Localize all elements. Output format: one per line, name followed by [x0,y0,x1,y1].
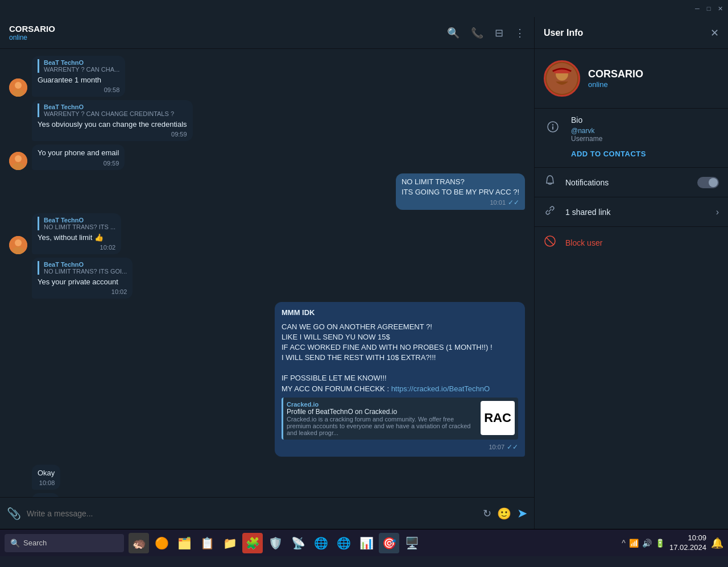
taskbar: 🔍 Search 🦔 🟠 🗂️ 📋 📁 🧩 🛡️ 📡 🌐 🌐 📊 🎯 🖥️ ^ … [0,529,728,556]
table-row: Yo your phone and email 09:59 [9,144,525,169]
notifications-label: Notifications [565,178,688,187]
link-preview-text: Cracked.io Profile of BeatTechnO on Crac… [287,401,476,436]
message-time: 09:58 [104,86,120,93]
list-item: BeaT TechnO WARRENTY ? CAN CHANGE CREDIN… [32,100,193,141]
list-item: Yo your phone and email 09:59 [32,144,125,169]
clock-time: 10:09 [669,533,706,543]
call-icon[interactable]: 📞 [471,27,483,39]
shared-links-label: 1 shared link [565,208,707,217]
taskbar-app-7[interactable]: 🛡️ [265,533,286,553]
taskbar-search-icon: 🔍 [10,539,20,548]
maximize-btn[interactable]: □ [705,5,712,12]
message-input[interactable] [27,509,477,518]
reply-sender: BeaT TechnO [44,59,119,66]
schedule-icon[interactable]: ↻ [483,507,491,520]
taskbar-app-5[interactable]: 📁 [220,533,240,553]
messages-area[interactable]: BeaT TechnO WARRENTY ? CAN CHA... Guaran… [0,49,534,497]
message-time: 09:59 [104,160,119,167]
block-user-label: Block user [565,238,602,247]
reply-preview: WARRENTY ? CAN CHA... [44,66,119,73]
list-item: BeaT TechnO WARRENTY ? CAN CHA... Guaran… [32,56,125,97]
table-row: BeaT TechnO NO LIMIT TRANS? ITS GOI... Y… [9,258,525,299]
taskbar-app-12[interactable]: 🎯 [379,533,399,553]
taskbar-app-8[interactable]: 📡 [288,533,308,553]
minimize-btn[interactable]: ─ [694,5,701,12]
chat-title-area: CORSARIO online [9,24,440,42]
list-item: Btc? 10:08 [32,493,59,497]
taskbar-app-2[interactable]: 🟠 [151,533,172,553]
close-btn[interactable]: ✕ [717,5,723,12]
taskbar-app-9[interactable]: 🌐 [311,533,331,553]
notifications-icon[interactable]: 🔔 [711,537,723,549]
notifications-toggle[interactable] [697,177,719,188]
forward-from: BeaT TechnO [44,261,127,268]
message-text: Yes your private account [38,277,127,287]
avatar [9,78,27,97]
taskbar-app-13[interactable]: 🖥️ [402,533,422,553]
username-value: @narvk [571,127,719,135]
taskbar-app-4[interactable]: 📋 [197,533,217,553]
message-text: Okay [38,468,55,478]
clock-date: 17.02.2024 [669,543,706,553]
tray-network-icon[interactable]: 📶 [629,539,639,548]
message-time: 10:07 [489,444,504,450]
chevron-right-icon: › [716,207,719,217]
chat-status: online [9,34,440,42]
toggle-knob [709,178,718,187]
bio-section: Bio @narvk Username ADD TO CONTACTS [535,109,728,168]
table-row: Btc? 10:08 [9,493,525,497]
message-time: 10:01 [490,199,506,206]
close-panel-button[interactable]: ✕ [710,27,719,39]
svg-point-4 [15,155,22,162]
taskbar-search[interactable]: 🔍 Search [5,534,124,552]
search-icon[interactable]: 🔍 [447,27,460,39]
message-text: Yes obviously you can change the credent… [38,119,187,130]
user-info-panel: User Info ✕ CORSARIO [535,17,728,529]
bell-icon [544,175,556,190]
more-icon[interactable]: ⋮ [515,27,525,39]
shared-links-section[interactable]: 1 shared link › [535,197,728,227]
message-text: MMM IDK [282,308,518,318]
block-user-section[interactable]: Block user [535,227,728,258]
profile-name: CORSARIO [588,68,643,80]
forward-sub: WARRENTY ? CAN CHANGE CREDINTALS ? [44,110,187,117]
avatar [9,236,27,254]
chat-header: CORSARIO online 🔍 📞 ⊟ ⋮ [0,17,534,49]
taskbar-apps: 🦔 🟠 🗂️ 📋 📁 🧩 🛡️ 📡 🌐 🌐 📊 🎯 🖥️ [129,533,622,553]
list-item: Okay 10:08 [32,465,60,490]
tray-battery-icon[interactable]: 🔋 [655,539,665,548]
taskbar-app-6[interactable]: 🧩 [242,533,263,553]
profile-info: CORSARIO online [588,68,643,89]
message-time: 10:02 [111,288,127,295]
header-icons: 🔍 📞 ⊟ ⋮ [447,27,525,39]
message-time: 09:59 [171,131,187,138]
link-desc: Cracked.io is a cracking forum and commu… [287,416,476,436]
table-row: MMM IDK CAN WE GO ON ANOTHER AGREEMENT ?… [9,302,525,457]
taskbar-app-10[interactable]: 🌐 [333,533,354,553]
read-receipt: ✓✓ [508,198,519,206]
list-item: BeaT TechnO NO LIMIT TRANS? ITS GOI... Y… [32,258,133,299]
tray-expand-icon[interactable]: ^ [622,539,626,548]
taskbar-clock[interactable]: 10:09 17.02.2024 [669,533,706,553]
attach-icon[interactable]: 📎 [7,507,21,520]
taskbar-app-11[interactable]: 📊 [356,533,377,553]
message-time: 10:08 [39,479,55,486]
message-text: NO LIMIT TRANS?ITS GOING TO BE MY PRV AC… [402,177,519,197]
table-row: BeaT TechnO WARRENTY ? CAN CHA... Guaran… [9,56,525,97]
link-preview[interactable]: Cracked.io Profile of BeatTechnO on Crac… [282,398,518,440]
list-item: BeaT TechnO NO LIMIT TRANS? ITS ... Yes,… [32,213,121,254]
taskbar-app-3[interactable]: 🗂️ [174,533,195,553]
message-text: Yes, without limit 👍 [38,233,115,243]
forward-from: BeaT TechnO [44,217,115,224]
emoji-icon[interactable]: 🙂 [497,507,511,520]
add-to-contacts-button[interactable]: ADD TO CONTACTS [571,147,719,160]
message-body: CAN WE GO ON ANOTHER AGREEMENT ?! LIKE I… [282,322,518,394]
block-icon [544,235,556,250]
avatar [9,152,27,170]
tray-volume-icon[interactable]: 🔊 [642,539,652,548]
send-button[interactable]: ➤ [517,506,527,521]
message-text: Guarantee 1 month [38,75,119,85]
layout-icon[interactable]: ⊟ [495,27,503,39]
chat-title: CORSARIO [9,24,440,34]
taskbar-app-hedgehog[interactable]: 🦔 [129,533,149,553]
